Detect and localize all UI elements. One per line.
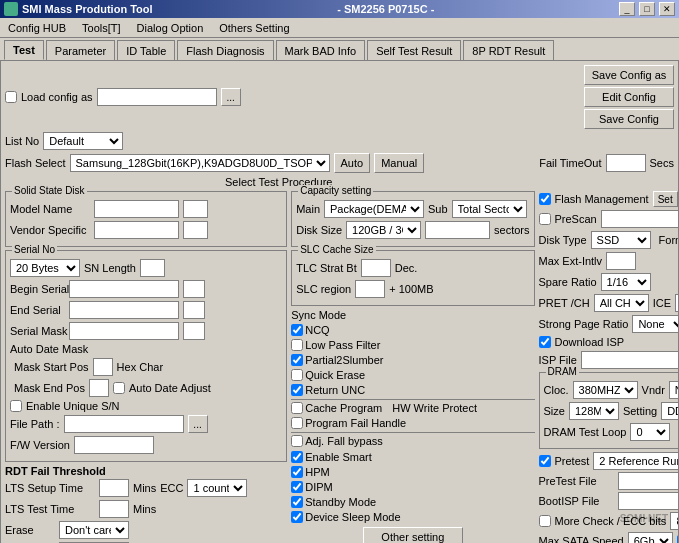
load-config-browse-btn[interactable]: ...: [221, 88, 241, 106]
fail-timeout-input[interactable]: 600: [606, 154, 646, 172]
quick-erase-checkbox[interactable]: [291, 369, 303, 381]
save-config-as-btn[interactable]: Save Config as: [584, 65, 674, 85]
max-ext-intlv-input[interactable]: 8: [606, 252, 636, 270]
ecc-select[interactable]: 1 counts: [187, 479, 247, 497]
tab-self-test-result[interactable]: Self Test Result: [367, 40, 461, 60]
max-sata-speed-label: Max SATA Speed: [539, 535, 624, 543]
sn-length-label: SN Length: [84, 262, 136, 274]
slc-region-input[interactable]: 30: [355, 280, 385, 298]
ncq-checkbox[interactable]: [291, 324, 303, 336]
dipm-checkbox[interactable]: [291, 481, 303, 493]
begin-serial-num[interactable]: 20: [183, 280, 205, 298]
close-btn[interactable]: ✕: [659, 2, 675, 16]
other-setting-btn[interactable]: Other setting: [363, 527, 463, 543]
lts-setup-time-input[interactable]: 70: [99, 479, 129, 497]
menu-tools[interactable]: Tools[T]: [78, 20, 125, 36]
tlc-strat-bt-input[interactable]: 0: [361, 259, 391, 277]
file-path-input[interactable]: [64, 415, 184, 433]
flash-management-checkbox[interactable]: [539, 193, 551, 205]
quick-erase-label: Quick Erase: [305, 369, 365, 381]
tab-id-table[interactable]: ID Table: [117, 40, 175, 60]
list-no-select[interactable]: Default: [43, 132, 123, 150]
sectors-input[interactable]: 734003200: [425, 221, 490, 239]
flash-set-btn[interactable]: Set: [653, 191, 678, 207]
sn-mode-select[interactable]: 20 Bytes: [10, 259, 80, 277]
device-sleep-mode-checkbox[interactable]: [291, 511, 303, 523]
serial-mask-input[interactable]: AA##############: [69, 322, 179, 340]
clock-select[interactable]: 380MHZ: [573, 381, 638, 399]
program-fail-handle-checkbox[interactable]: [291, 417, 303, 429]
enable-smart-checkbox[interactable]: [291, 451, 303, 463]
file-path-browse-btn[interactable]: ...: [188, 415, 208, 433]
tab-mark-bad-info[interactable]: Mark BAD Info: [276, 40, 366, 60]
model-name-input[interactable]: SMI DSK: [94, 200, 179, 218]
load-config-checkbox[interactable]: [5, 91, 17, 103]
capacity-setting-label: Capacity setting: [298, 185, 373, 196]
strong-page-ratio-select[interactable]: None: [632, 315, 679, 333]
pretest-checkbox[interactable]: [539, 455, 551, 467]
boot-isp-file-input[interactable]: BootISP2256.bin: [618, 492, 680, 510]
low-pass-filter-checkbox[interactable]: [291, 339, 303, 351]
tab-8p-rdt-result[interactable]: 8P RDT Result: [463, 40, 554, 60]
pre-scan-input[interactable]: [601, 210, 679, 228]
end-serial-input[interactable]: AA9999999999999999: [69, 301, 179, 319]
mask-end-pos-input[interactable]: 10: [89, 379, 109, 397]
dram-test-loop-select[interactable]: 0: [630, 423, 670, 441]
more-check-checkbox[interactable]: [539, 515, 551, 527]
max-sata-speed-select[interactable]: 6Gb: [628, 532, 673, 543]
pretest-file-input[interactable]: PTEST2256.bin: [618, 472, 680, 490]
menu-config-hub[interactable]: Config HUB: [4, 20, 70, 36]
solid-state-disk-label: Solid State Disk: [12, 185, 87, 196]
partial2slumber-checkbox[interactable]: [291, 354, 303, 366]
pret-select[interactable]: All CH: [594, 294, 649, 312]
sub-select[interactable]: Total Sectors: [452, 200, 527, 218]
lts-test-time-input[interactable]: 110: [99, 500, 129, 518]
pretest-select[interactable]: 2 Reference Run Time Bad: [593, 452, 679, 470]
ncq-label: NCQ: [305, 324, 329, 336]
size-select[interactable]: 128M: [569, 402, 619, 420]
spare-ratio-select[interactable]: 1/16: [601, 273, 651, 291]
serial-mask-num[interactable]: 20: [183, 322, 205, 340]
end-serial-num[interactable]: 20: [183, 301, 205, 319]
enable-unique-sn-checkbox[interactable]: [10, 400, 22, 412]
sn-length-input[interactable]: 20: [140, 259, 165, 277]
auto-date-adjust-checkbox[interactable]: [113, 382, 125, 394]
vndr-select[interactable]: Nanya: [669, 381, 679, 399]
auto-btn[interactable]: Auto: [334, 153, 371, 173]
tab-parameter[interactable]: Parameter: [46, 40, 115, 60]
setting-select[interactable]: DDR3: [661, 402, 679, 420]
load-config-input[interactable]: [97, 88, 217, 106]
hpm-checkbox[interactable]: [291, 466, 303, 478]
edit-config-btn[interactable]: Edit Config: [584, 87, 674, 107]
isp-file-input[interactable]: ISP2256.bin: [581, 351, 679, 369]
menu-dialog-option[interactable]: Dialog Option: [133, 20, 208, 36]
flash-value-display: samsung_128Gbit(16KP),K9ADGD8U0D_TSOP: [302, 88, 522, 106]
standby-mode-checkbox[interactable]: [291, 496, 303, 508]
model-name-num[interactable]: 40: [183, 200, 208, 218]
save-config-btn[interactable]: Save Config: [584, 109, 674, 129]
pre-scan-checkbox[interactable]: [539, 213, 551, 225]
minimize-btn[interactable]: _: [619, 2, 635, 16]
erase-select[interactable]: Don't care: [59, 521, 129, 539]
manual-btn[interactable]: Manual: [374, 153, 424, 173]
disk-type-select[interactable]: SSD: [591, 231, 651, 249]
main-select[interactable]: Package(DEMA): [324, 200, 424, 218]
disk-size-select[interactable]: 120GB / 3GB: [346, 221, 421, 239]
fw-version-input[interactable]: [74, 436, 154, 454]
download-isp-checkbox[interactable]: [539, 336, 551, 348]
flash-select-dropdown[interactable]: Samsung_128Gbit(16KP),K9ADGD8U0D_TSOP: [70, 154, 330, 172]
ice-select[interactable]: All CE: [675, 294, 679, 312]
mask-start-pos-input[interactable]: 3: [93, 358, 113, 376]
cache-program-checkbox[interactable]: [291, 402, 303, 414]
vendor-specific-num[interactable]: 62: [183, 221, 208, 239]
tab-test[interactable]: Test: [4, 40, 44, 60]
return-unc-checkbox[interactable]: [291, 384, 303, 396]
adj-fall-bypass-checkbox[interactable]: [291, 435, 303, 447]
maximize-btn[interactable]: □: [639, 2, 655, 16]
menu-others-setting[interactable]: Others Setting: [215, 20, 293, 36]
dram-group-label: DRAM: [546, 366, 579, 377]
tab-flash-diagnosis[interactable]: Flash Diagnosis: [177, 40, 273, 60]
begin-serial-input[interactable]: AA00000000000001735: [69, 280, 179, 298]
more-check-ecc-select[interactable]: 8: [670, 512, 679, 530]
vendor-specific-input[interactable]: SMI DSK: [94, 221, 179, 239]
